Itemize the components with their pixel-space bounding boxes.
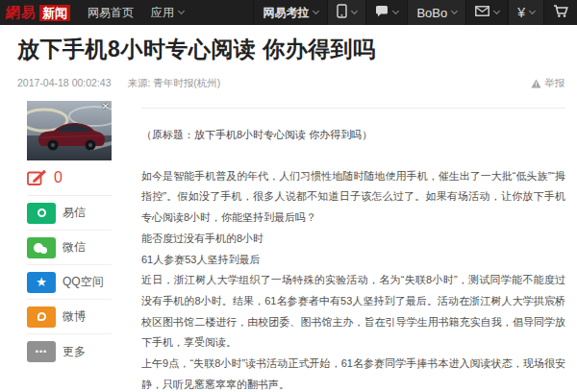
chevron-down-icon: [529, 8, 536, 14]
bobo-label: BoBo: [416, 6, 447, 20]
kaola-menu[interactable]: 网易考拉: [253, 0, 327, 25]
weibo-icon: [27, 306, 56, 328]
netease-brand-text: 網易: [6, 4, 37, 22]
chevron-down-icon: [493, 8, 500, 14]
article-meta: 2017-04-18 00:02:43 来源: 青年时报(杭州): [17, 77, 220, 90]
netease-logo[interactable]: 網易 新闻: [6, 4, 70, 22]
share-list: 易信 微信 ★ QQ空间 微博 ••• 更多: [27, 196, 112, 369]
cart-icon: [553, 4, 568, 21]
ad-banner[interactable]: ✕: [27, 101, 112, 160]
mail-menu[interactable]: [465, 0, 508, 25]
cart-menu[interactable]: [543, 0, 577, 25]
yixin-icon: [27, 203, 56, 224]
paragraph: 近日，浙江树人大学组织了一场特殊的实验活动，名为“失联8小时”，测试同学能不能度…: [141, 270, 565, 354]
close-icon[interactable]: ✕: [102, 102, 110, 111]
kaola-label: 网易考拉: [263, 5, 309, 21]
paragraph: 61人参赛53人坚持到最后: [141, 250, 565, 271]
article-date: 2017-04-18 00:02:43: [17, 77, 112, 88]
chevron-down-icon: [313, 8, 319, 14]
comment-button[interactable]: 0: [27, 160, 112, 196]
share-item-label: 微信: [63, 239, 86, 256]
page: 網易 新闻 网易首页 应用 网易考拉: [0, 0, 577, 392]
share-item-label: 更多: [63, 344, 86, 360]
report-label: 举报: [544, 77, 564, 90]
report-button[interactable]: 举报: [531, 77, 564, 90]
apps-menu[interactable]: 应用: [151, 5, 184, 21]
original-title-note: （原标题：放下手机8小时专心阅读 你办得到吗）: [141, 125, 565, 146]
topbar: 網易 新闻 网易首页 应用 网易考拉: [0, 0, 577, 25]
qzone-star-icon: ★: [27, 272, 56, 293]
share-item-more[interactable]: ••• 更多: [27, 334, 112, 369]
share-item-label: 易信: [63, 205, 86, 221]
comment-count: 0: [54, 169, 63, 186]
source-link[interactable]: 青年时报(杭州): [153, 77, 220, 88]
more-dots-icon: •••: [27, 341, 56, 362]
car-ad-image: [27, 101, 112, 160]
share-item-wechat[interactable]: 微信: [27, 231, 112, 265]
phone-icon: [337, 4, 347, 21]
netease-news-badge: 新闻: [39, 5, 70, 21]
topbar-left: 網易 新闻 网易首页 应用: [0, 0, 184, 25]
chevron-down-icon: [351, 8, 358, 14]
mail-icon: [475, 6, 489, 19]
share-item-label: QQ空间: [63, 274, 104, 290]
share-sidebar: ✕ 0 易信 微信 ★ QQ空间 微博: [27, 101, 112, 369]
chevron-down-icon: [392, 8, 399, 14]
article-body: （原标题：放下手机8小时专心阅读 你办得到吗） 如今是智能手机普及的年代，人们习…: [141, 108, 565, 392]
chat-icon: [375, 5, 389, 20]
yuan-icon: ¥: [517, 5, 525, 20]
share-item-yixin[interactable]: 易信: [27, 196, 112, 231]
article-source: 来源: 青年时报(杭州): [127, 77, 220, 88]
page-title: 放下手机8小时专心阅读 你办得到吗: [17, 35, 376, 64]
paragraph: 如今是智能手机普及的年代，人们习惯性地随时随地使用手机，催生出了一大批“低头族”…: [141, 166, 565, 229]
mobile-menu[interactable]: [327, 0, 365, 25]
pay-menu[interactable]: ¥: [508, 0, 543, 25]
wechat-icon: [27, 237, 56, 258]
share-item-qzone[interactable]: ★ QQ空间: [27, 265, 112, 300]
chat-menu[interactable]: [365, 0, 407, 25]
paragraph: 能否度过没有手机的8小时: [141, 229, 565, 250]
home-link[interactable]: 网易首页: [88, 5, 134, 21]
apps-menu-label: 应用: [151, 5, 174, 21]
share-item-weibo[interactable]: 微博: [27, 300, 112, 334]
warning-icon: [531, 79, 541, 88]
share-item-label: 微博: [63, 308, 86, 325]
comment-edit-icon: [27, 168, 47, 186]
chevron-down-icon: [451, 8, 458, 14]
paragraph: 上午9点，“失联8小时”读书活动正式开始，61名参赛同学手捧书本进入阅读状态，现…: [141, 354, 565, 392]
topbar-right: 网易考拉 BoBo: [253, 0, 577, 25]
source-label: 来源:: [127, 77, 150, 88]
bobo-menu[interactable]: BoBo: [407, 0, 465, 25]
chevron-down-icon: [178, 8, 185, 14]
